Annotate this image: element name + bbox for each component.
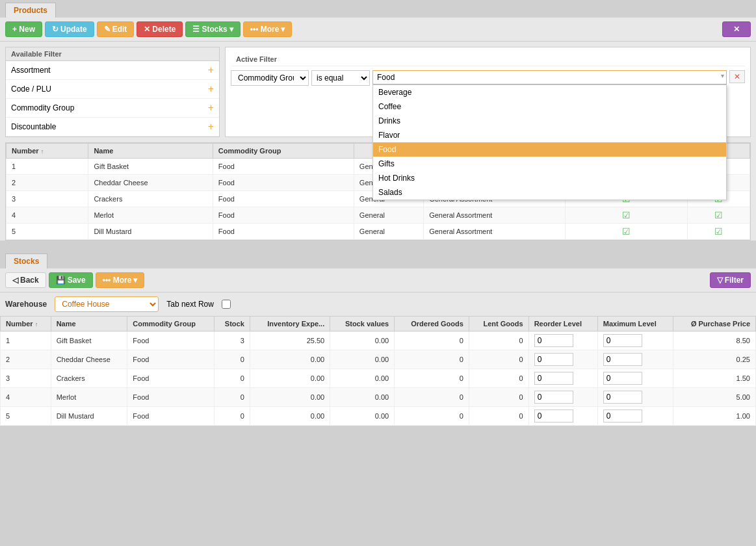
filter-label-discountable: Discountable [11, 122, 56, 131]
stocks-cell-stock: 0 [214, 350, 250, 369]
stocks-button[interactable]: ☰ Stocks ▾ [185, 21, 240, 37]
track-checkbox[interactable]: ☑ [622, 226, 631, 237]
cell-group: Food [213, 191, 354, 207]
back-button[interactable]: ◁ Back [5, 272, 46, 288]
close-button[interactable]: ✕ [722, 21, 751, 37]
stocks-cell-reorder [528, 350, 597, 369]
active-checkbox[interactable]: ☑ [714, 210, 723, 220]
stocks-cell-ordered: 0 [395, 350, 469, 369]
stocks-cell-number: 4 [1, 388, 51, 407]
table-row: 1 Gift Basket Food 3 25.50 0.00 0 0 8.50 [1, 332, 756, 350]
stocks-cell-ordered: 0 [395, 388, 469, 407]
track-checkbox[interactable]: ☑ [622, 210, 631, 220]
filter-label-code-plu: Code / PLU [11, 84, 51, 94]
add-discountable-filter[interactable]: + [208, 121, 214, 133]
active-filter-panel: Active Filter Commodity Group is equal ▾… [225, 47, 751, 137]
filter-item-commodity-group: Commodity Group + [6, 99, 219, 118]
stocks-cell-ordered: 0 [395, 332, 469, 350]
stocks-col-lent-goods[interactable]: Lent Goods [469, 317, 528, 332]
cell-number: 5 [7, 224, 88, 240]
stocks-cell-price: 8.50 [673, 332, 755, 350]
stocks-col-number[interactable]: Number ↑ [1, 317, 51, 332]
tab-next-label: Tab next Row [166, 300, 214, 309]
max-level-input[interactable] [603, 372, 642, 385]
stocks-cell-ordered: 0 [395, 369, 469, 388]
stocks-col-name[interactable]: Name [51, 317, 127, 332]
table-row: 2 Cheddar Cheese Food 0 0.00 0.00 0 0 0.… [1, 350, 756, 369]
dropdown-item-food[interactable]: Food [373, 142, 726, 157]
stocks-tab[interactable]: Stocks [5, 254, 47, 268]
update-button[interactable]: ↻ Update [45, 21, 94, 37]
more-button[interactable]: ••• More ▾ [243, 21, 293, 37]
stocks-col-inventory-exp[interactable]: Inventory Expe... [250, 317, 330, 332]
stocks-cell-name: Crackers [51, 369, 127, 388]
edit-button[interactable]: ✎ Edit [97, 21, 135, 37]
max-level-input[interactable] [603, 410, 642, 422]
stocks-col-maximum-level[interactable]: Maximum Level [597, 317, 673, 332]
dropdown-item-beverage[interactable]: Beverage [373, 85, 726, 99]
products-toolbar: + New ↻ Update ✎ Edit ✕ Delete ☰ Stocks … [0, 18, 756, 42]
stocks-cell-stock-val: 0.00 [330, 332, 395, 350]
dropdown-item-hot-drinks[interactable]: Hot Drinks [373, 171, 726, 185]
stocks-cell-lent: 0 [469, 388, 528, 407]
cell-number: 2 [7, 175, 88, 191]
max-level-input[interactable] [603, 391, 642, 404]
max-level-input[interactable] [603, 353, 642, 366]
stocks-cell-reorder [528, 369, 597, 388]
stocks-col-purchase-price[interactable]: Ø Purchase Price [673, 317, 755, 332]
reorder-input[interactable] [534, 353, 573, 366]
reorder-input[interactable] [534, 372, 573, 385]
stocks-cell-stock-val: 0.00 [330, 407, 395, 426]
filter-button[interactable]: ▽ Filter [710, 272, 751, 288]
col-name[interactable]: Name [88, 144, 213, 159]
new-button[interactable]: + New [5, 21, 42, 37]
stocks-col-reorder-level[interactable]: Reorder Level [528, 317, 597, 332]
stocks-col-stock-values[interactable]: Stock values [330, 317, 395, 332]
available-filter-panel: Available Filter Assortment + Code / PLU… [5, 47, 220, 137]
cell-group: Food [213, 224, 354, 240]
stocks-table-area: Number ↑ Name Commodity Group Stock Inve… [0, 316, 756, 426]
add-commodity-group-filter[interactable]: + [208, 102, 214, 114]
stocks-cell-max [597, 369, 673, 388]
stocks-col-ordered-goods[interactable]: Ordered Goods [395, 317, 469, 332]
dropdown-item-drinks[interactable]: Drinks [373, 114, 726, 128]
warehouse-select[interactable]: Coffee House [55, 296, 159, 312]
stocks-cell-group: Food [127, 332, 214, 350]
cell-name: Gift Basket [88, 159, 213, 175]
reorder-input[interactable] [534, 410, 573, 422]
dropdown-item-gifts[interactable]: Gifts [373, 157, 726, 171]
stocks-cell-inv-exp: 25.50 [250, 332, 330, 350]
filter-value-dropdown-arrow[interactable]: ▾ [721, 72, 724, 79]
col-number[interactable]: Number ↑ [7, 144, 88, 159]
cell-number: 3 [7, 191, 88, 207]
col-commodity-group[interactable]: Commodity Group [213, 144, 354, 159]
save-button[interactable]: 💾 Save [49, 272, 93, 288]
stocks-more-button[interactable]: ••• More ▾ [96, 272, 145, 288]
add-code-plu-filter[interactable]: + [208, 83, 214, 95]
dropdown-item-coffee[interactable]: Coffee [373, 99, 726, 114]
cell-col5: General Assortment [424, 224, 566, 240]
warehouse-label: Warehouse [5, 300, 47, 309]
reorder-input[interactable] [534, 391, 573, 404]
stocks-cell-number: 3 [1, 369, 51, 388]
add-assortment-filter[interactable]: + [208, 64, 214, 76]
filter-value-input[interactable] [372, 70, 727, 84]
max-level-input[interactable] [603, 334, 642, 347]
stocks-col-stock[interactable]: Stock [214, 317, 250, 332]
stocks-col-commodity-group[interactable]: Commodity Group [127, 317, 214, 332]
filter-item-code-plu: Code / PLU + [6, 80, 219, 99]
dropdown-item-salads[interactable]: Salads [373, 185, 726, 200]
stocks-cell-stock: 0 [214, 388, 250, 407]
products-tab[interactable]: Products [5, 3, 56, 18]
filter-field-select[interactable]: Commodity Group [231, 70, 309, 86]
filter-operator-select[interactable]: is equal [311, 70, 370, 86]
stocks-toolbar: ◁ Back 💾 Save ••• More ▾ ▽ Filter [0, 268, 756, 292]
cell-col4: General [354, 224, 423, 240]
remove-filter-button[interactable]: ✕ [729, 70, 745, 83]
dropdown-item-flavor[interactable]: Flavor [373, 128, 726, 142]
stocks-cell-inv-exp: 0.00 [250, 407, 330, 426]
tab-next-checkbox[interactable] [222, 300, 231, 309]
active-checkbox[interactable]: ☑ [714, 226, 723, 237]
delete-button[interactable]: ✕ Delete [137, 21, 183, 37]
reorder-input[interactable] [534, 334, 573, 347]
